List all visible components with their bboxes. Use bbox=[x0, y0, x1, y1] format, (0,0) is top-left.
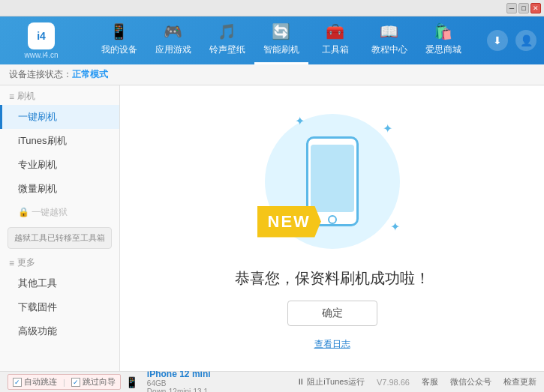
nav-items: 📱 我的设备 🎮 应用游戏 🎵 铃声壁纸 🔄 智能刷机 🧰 工具箱 📖 教程中心… bbox=[75, 16, 487, 64]
sidebar-item-advanced[interactable]: 高级功能 bbox=[0, 319, 119, 343]
nav-tutorials[interactable]: 📖 教程中心 bbox=[362, 16, 416, 64]
maximize-button[interactable]: □ bbox=[518, 3, 529, 13]
nav-toolbox-icon: 🧰 bbox=[326, 22, 344, 40]
success-text: 恭喜您，保资料刷机成功啦！ bbox=[235, 268, 430, 289]
device-storage: 64GB bbox=[147, 379, 211, 388]
user-button[interactable]: 👤 bbox=[515, 30, 536, 51]
status-value: 正常模式 bbox=[72, 68, 108, 81]
status-label: 设备连接状态： bbox=[9, 68, 72, 81]
nav-flash-icon: 🔄 bbox=[272, 22, 290, 40]
lock-icon: 🔒 bbox=[18, 207, 29, 217]
auto-reconnect-check: ✓ bbox=[13, 378, 22, 387]
checkbox-group: ✓ 自动跳连 | ✓ 跳过向导 bbox=[8, 374, 121, 390]
skip-wizard-check: ✓ bbox=[71, 378, 80, 387]
sparkle-icon-3: ✦ bbox=[390, 220, 400, 234]
device-firmware: Down-12mini-13.1 bbox=[147, 388, 211, 393]
logo-icon: i4 bbox=[28, 22, 55, 49]
status-bar: 设备连接状态： 正常模式 bbox=[0, 64, 544, 85]
nav-apps[interactable]: 🎮 应用游戏 bbox=[146, 16, 200, 64]
nav-ringtone[interactable]: 🎵 铃声壁纸 bbox=[200, 16, 254, 64]
nav-apps-icon: 🎮 bbox=[164, 22, 182, 40]
auto-reconnect-checkbox[interactable]: ✓ 自动跳连 bbox=[13, 376, 57, 388]
main-layout: ≡ 刷机 一键刷机 iTunes刷机 专业刷机 微量刷机 🔒 一键越狱 越狱工具… bbox=[0, 85, 544, 371]
minimize-button[interactable]: ─ bbox=[506, 3, 517, 13]
nav-toolbox[interactable]: 🧰 工具箱 bbox=[308, 16, 362, 64]
logo-site: www.i4.cn bbox=[24, 51, 58, 59]
success-panel: ✦ ✦ ✦ NEW 恭喜您，保资料刷机成功啦！ 确定 查看日志 bbox=[235, 106, 430, 351]
check-update-link[interactable]: 检查更新 bbox=[503, 376, 536, 388]
device-info: iPhone 12 mini 64GB Down-12mini-13.1 bbox=[147, 369, 211, 393]
sidebar-jailbreak-notice: 越狱工具已转移至工具箱 bbox=[8, 227, 112, 249]
nav-my-device[interactable]: 📱 我的设备 bbox=[92, 16, 146, 64]
sparkle-icon-2: ✦ bbox=[295, 114, 305, 128]
skip-wizard-checkbox[interactable]: ✓ 跳过向导 bbox=[71, 376, 116, 388]
sidebar: ≡ 刷机 一键刷机 iTunes刷机 专业刷机 微量刷机 🔒 一键越狱 越狱工具… bbox=[0, 85, 120, 371]
version-text: V7.98.66 bbox=[377, 378, 410, 387]
device-icon: 📱 bbox=[125, 376, 138, 388]
nav-shop-icon: 🛍️ bbox=[434, 22, 452, 40]
nav-smart-flash[interactable]: 🔄 智能刷机 bbox=[254, 16, 308, 64]
phone-home-button bbox=[328, 215, 337, 224]
title-bar: ─ □ ✕ bbox=[0, 0, 544, 16]
sidebar-jailbreak-disabled: 🔒 一键越狱 bbox=[0, 201, 119, 224]
sparkle-icon-1: ✦ bbox=[383, 121, 392, 136]
sidebar-item-micro-flash[interactable]: 微量刷机 bbox=[0, 177, 119, 201]
sidebar-item-onekey-flash[interactable]: 一键刷机 bbox=[0, 105, 119, 129]
logo-area: i4 www.i4.cn bbox=[8, 22, 75, 59]
new-badge: NEW bbox=[257, 206, 321, 238]
sidebar-section-more: ≡ 更多 bbox=[0, 252, 119, 271]
bottom-bar: ✓ 自动跳连 | ✓ 跳过向导 📱 iPhone 12 mini 64GB Do… bbox=[0, 371, 544, 392]
download-button[interactable]: ⬇ bbox=[487, 30, 508, 51]
sidebar-item-download-firmware[interactable]: 下载固件 bbox=[0, 295, 119, 319]
stop-itunes-button[interactable]: ⏸ 阻止iTunes运行 bbox=[296, 376, 365, 388]
customer-service-link[interactable]: 客服 bbox=[422, 376, 438, 388]
confirm-button[interactable]: 确定 bbox=[287, 301, 377, 326]
sidebar-item-pro-flash[interactable]: 专业刷机 bbox=[0, 153, 119, 177]
nav-tutorial-icon: 📖 bbox=[380, 22, 398, 40]
nav-shop[interactable]: 🛍️ 爱思商城 bbox=[416, 16, 470, 64]
top-nav: i4 www.i4.cn 📱 我的设备 🎮 应用游戏 🎵 铃声壁纸 🔄 智能刷机… bbox=[0, 16, 544, 64]
close-button[interactable]: ✕ bbox=[530, 3, 541, 13]
nav-device-icon: 📱 bbox=[110, 22, 128, 40]
phone-screen bbox=[311, 145, 354, 212]
bottom-right: ⏸ 阻止iTunes运行 V7.98.66 客服 微信公众号 检查更新 bbox=[296, 376, 536, 388]
sidebar-item-other-tools[interactable]: 其他工具 bbox=[0, 271, 119, 295]
nav-right-buttons: ⬇ 👤 bbox=[487, 30, 536, 51]
sidebar-item-itunes-flash[interactable]: iTunes刷机 bbox=[0, 129, 119, 153]
content-area: ✦ ✦ ✦ NEW 恭喜您，保资料刷机成功啦！ 确定 查看日志 bbox=[120, 85, 544, 371]
bottom-left: ✓ 自动跳连 | ✓ 跳过向导 📱 iPhone 12 mini 64GB Do… bbox=[8, 369, 290, 393]
more-section-icon: ≡ bbox=[9, 258, 14, 268]
nav-ringtone-icon: 🎵 bbox=[218, 22, 236, 40]
wechat-link[interactable]: 微信公众号 bbox=[450, 376, 491, 388]
sidebar-section-flash: ≡ 刷机 bbox=[0, 85, 119, 105]
phone-illustration: ✦ ✦ ✦ NEW bbox=[257, 106, 407, 256]
view-log-link[interactable]: 查看日志 bbox=[314, 338, 350, 351]
section-icon: ≡ bbox=[9, 91, 14, 102]
